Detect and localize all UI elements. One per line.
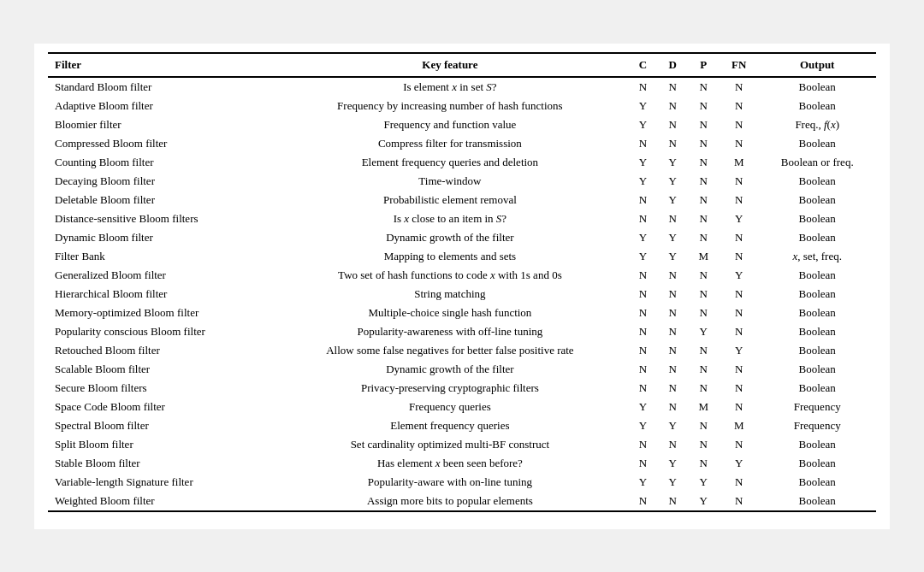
cell-c: N	[628, 209, 658, 228]
cell-feature: Two set of hash functions to code x with…	[272, 266, 629, 285]
cell-c: Y	[628, 398, 658, 416]
table-row: Space Code Bloom filterFrequency queries…	[48, 398, 876, 416]
cell-output: Boolean	[758, 492, 876, 511]
cell-output: Freq., f(x)	[758, 115, 876, 134]
table-row: Decaying Bloom filterTime-windowYYNNBool…	[48, 172, 876, 191]
cell-c: N	[628, 360, 658, 379]
cell-feature: Privacy-preserving cryptographic filters	[272, 379, 629, 398]
cell-fn: N	[720, 247, 758, 266]
cell-output: Boolean	[758, 360, 876, 379]
cell-feature: Time-window	[272, 172, 629, 191]
cell-c: Y	[628, 115, 658, 134]
cell-fn: N	[720, 97, 758, 115]
cell-p: Y	[687, 473, 720, 492]
cell-feature: Frequency queries	[272, 398, 629, 416]
cell-fn: Y	[720, 454, 758, 473]
cell-d: N	[658, 134, 688, 153]
cell-filter: Retouched Bloom filter	[48, 341, 272, 360]
cell-c: Y	[628, 97, 658, 115]
cell-feature: Is element x in set S?	[272, 77, 629, 97]
cell-output: Boolean	[758, 473, 876, 492]
table-row: Popularity conscious Bloom filterPopular…	[48, 322, 876, 341]
cell-p: N	[687, 379, 720, 398]
cell-c: N	[628, 191, 658, 209]
cell-fn: N	[720, 172, 758, 191]
cell-filter: Spectral Bloom filter	[48, 416, 272, 435]
cell-p: N	[687, 77, 720, 97]
cell-filter: Adaptive Bloom filter	[48, 97, 272, 115]
cell-output: Boolean	[758, 172, 876, 191]
cell-fn: N	[720, 322, 758, 341]
cell-c: N	[628, 379, 658, 398]
cell-c: N	[628, 285, 658, 304]
table-row: Scalable Bloom filterDynamic growth of t…	[48, 360, 876, 379]
table-row: Split Bloom filterSet cardinality optimi…	[48, 435, 876, 454]
cell-output: Boolean	[758, 228, 876, 247]
col-d: D	[658, 53, 688, 77]
cell-feature: Popularity-awareness with off-line tunin…	[272, 322, 629, 341]
cell-feature: Allow some false negatives for better fa…	[272, 341, 629, 360]
table-row: Generalized Bloom filterTwo set of hash …	[48, 266, 876, 285]
cell-fn: N	[720, 473, 758, 492]
cell-p: M	[687, 247, 720, 266]
table-row: Distance-sensitive Bloom filtersIs x clo…	[48, 209, 876, 228]
cell-output: Boolean	[758, 285, 876, 304]
cell-fn: N	[720, 228, 758, 247]
cell-feature: Has element x been seen before?	[272, 454, 629, 473]
table-row: Hierarchical Bloom filterString matching…	[48, 285, 876, 304]
cell-d: Y	[658, 454, 688, 473]
cell-d: N	[658, 209, 688, 228]
cell-filter: Hierarchical Bloom filter	[48, 285, 272, 304]
cell-d: N	[658, 97, 688, 115]
col-c: C	[628, 53, 658, 77]
cell-output: Boolean	[758, 454, 876, 473]
cell-p: N	[687, 435, 720, 454]
cell-c: Y	[628, 228, 658, 247]
cell-d: Y	[658, 416, 688, 435]
cell-p: M	[687, 398, 720, 416]
cell-p: N	[687, 416, 720, 435]
cell-d: Y	[658, 473, 688, 492]
cell-feature: Dynamic growth of the filter	[272, 360, 629, 379]
cell-d: N	[658, 304, 688, 322]
table-body: Standard Bloom filterIs element x in set…	[48, 77, 876, 511]
cell-fn: Y	[720, 209, 758, 228]
cell-output: Boolean	[758, 134, 876, 153]
cell-p: N	[687, 454, 720, 473]
cell-fn: N	[720, 134, 758, 153]
cell-d: Y	[658, 228, 688, 247]
cell-output: x, set, freq.	[758, 247, 876, 266]
cell-fn: M	[720, 416, 758, 435]
cell-fn: N	[720, 360, 758, 379]
cell-d: N	[658, 341, 688, 360]
col-filter: Filter	[48, 53, 272, 77]
cell-output: Boolean	[758, 379, 876, 398]
cell-feature: String matching	[272, 285, 629, 304]
table-row: Weighted Bloom filterAssign more bits to…	[48, 492, 876, 511]
cell-output: Boolean	[758, 322, 876, 341]
col-p: P	[687, 53, 720, 77]
cell-d: N	[658, 492, 688, 511]
cell-filter: Popularity conscious Bloom filter	[48, 322, 272, 341]
cell-c: N	[628, 322, 658, 341]
cell-p: N	[687, 209, 720, 228]
cell-c: Y	[628, 247, 658, 266]
cell-c: Y	[628, 172, 658, 191]
cell-feature: Multiple-choice single hash function	[272, 304, 629, 322]
cell-d: Y	[658, 153, 688, 172]
cell-fn: N	[720, 191, 758, 209]
cell-filter: Stable Bloom filter	[48, 454, 272, 473]
table-row: Spectral Bloom filterElement frequency q…	[48, 416, 876, 435]
cell-fn: M	[720, 153, 758, 172]
cell-feature: Element frequency queries	[272, 416, 629, 435]
cell-filter: Secure Bloom filters	[48, 379, 272, 398]
cell-output: Boolean	[758, 97, 876, 115]
cell-p: N	[687, 153, 720, 172]
cell-filter: Compressed Bloom filter	[48, 134, 272, 153]
table-row: Standard Bloom filterIs element x in set…	[48, 77, 876, 97]
cell-output: Boolean or freq.	[758, 153, 876, 172]
table-row: Dynamic Bloom filterDynamic growth of th…	[48, 228, 876, 247]
cell-c: N	[628, 341, 658, 360]
cell-output: Boolean	[758, 209, 876, 228]
cell-fn: N	[720, 492, 758, 511]
